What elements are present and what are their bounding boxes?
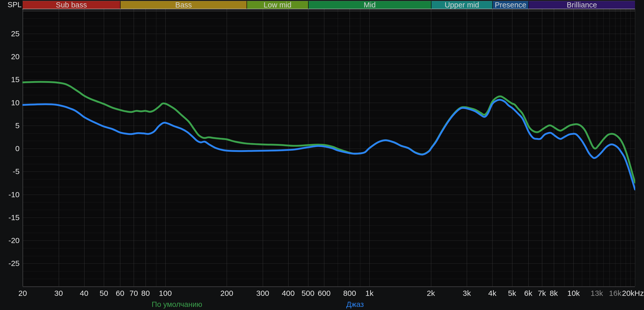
- x-tick-300: 300: [256, 289, 269, 298]
- y-tick-25: 25: [0, 29, 20, 38]
- x-tick-20kHz: 20kHz: [622, 289, 644, 298]
- x-tick-60: 60: [116, 289, 124, 298]
- band-mid: Mid: [308, 1, 431, 9]
- x-tick-500: 500: [302, 289, 315, 298]
- x-tick-20: 20: [18, 289, 27, 298]
- band-presence: Presence: [492, 1, 528, 9]
- x-tick-13k: 13k: [591, 289, 603, 298]
- spl-axis-title: SPL: [0, 1, 22, 8]
- x-tick-80: 80: [141, 289, 150, 298]
- y-tick--5: -5: [0, 167, 20, 176]
- x-tick-800: 800: [343, 289, 356, 298]
- x-tick-100: 100: [159, 289, 172, 298]
- x-tick-6k: 6k: [524, 289, 532, 298]
- band-brilliance: Brilliance: [528, 1, 635, 9]
- x-tick-30: 30: [54, 289, 63, 298]
- y-tick-0: 0: [0, 144, 20, 153]
- legend-джаз[interactable]: Джаз: [346, 300, 364, 308]
- x-tick-40: 40: [80, 289, 88, 298]
- x-tick-1k: 1k: [365, 289, 374, 298]
- band-bass: Bass: [120, 1, 247, 9]
- frequency-response-plot: [0, 0, 644, 310]
- legend-по-умолчанию[interactable]: По умолчанию: [152, 300, 202, 308]
- band-upper-mid: Upper mid: [431, 1, 493, 9]
- frequency-band-strip: Sub bassBassLow midMidUpper midPresenceB…: [22, 1, 635, 9]
- x-tick-4k: 4k: [488, 289, 496, 298]
- y-tick-20: 20: [0, 52, 20, 61]
- x-tick-10k: 10k: [567, 289, 580, 298]
- y-tick--20: -20: [0, 236, 20, 245]
- x-tick-5k: 5k: [508, 289, 516, 298]
- x-tick-7k: 7k: [538, 289, 546, 298]
- band-sub-bass: Sub bass: [23, 1, 120, 9]
- x-tick-16k: 16k: [609, 289, 621, 298]
- y-tick-10: 10: [0, 98, 20, 107]
- y-tick-15: 15: [0, 75, 20, 84]
- x-tick-2k: 2k: [427, 289, 435, 298]
- x-tick-600: 600: [318, 289, 331, 298]
- x-tick-70: 70: [129, 289, 138, 298]
- x-tick-8k: 8k: [550, 289, 558, 298]
- x-tick-3k: 3k: [463, 289, 471, 298]
- y-tick--15: -15: [0, 213, 20, 222]
- y-tick--10: -10: [0, 190, 20, 199]
- y-tick-5: 5: [0, 121, 20, 130]
- band-low-mid: Low mid: [247, 1, 308, 9]
- x-tick-400: 400: [282, 289, 295, 298]
- x-tick-200: 200: [220, 289, 233, 298]
- x-tick-50: 50: [100, 289, 108, 298]
- equalizer-frequency-response-screen: { "page": {"background": "#101112", "plo…: [0, 0, 644, 310]
- y-tick--25: -25: [0, 259, 20, 268]
